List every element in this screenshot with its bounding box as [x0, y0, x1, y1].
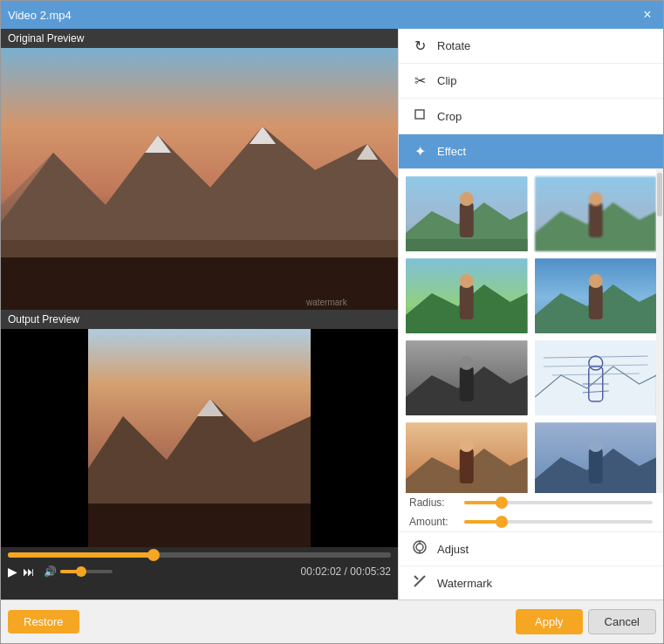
skip-button[interactable]: ⏭ — [23, 565, 35, 579]
svg-rect-48 — [588, 449, 602, 483]
effect-label: Effect — [437, 145, 466, 158]
watermark-item[interactable]: Watermark — [399, 565, 663, 599]
effect-thumb-saturated[interactable] — [533, 257, 659, 335]
original-preview-image: watermark — [1, 48, 398, 310]
restore-button[interactable]: Restore — [8, 610, 79, 634]
svg-rect-28 — [588, 284, 602, 319]
crop-icon — [411, 107, 428, 125]
svg-point-21 — [588, 192, 602, 206]
crop-label: Crop — [437, 110, 462, 123]
play-button[interactable]: ▶ — [8, 565, 17, 579]
svg-rect-44 — [460, 449, 474, 483]
adjust-item[interactable]: Adjust — [399, 531, 663, 565]
rotate-label: Rotate — [437, 39, 470, 52]
effect-thumb-blur[interactable] — [533, 175, 659, 253]
volume-thumb[interactable] — [76, 566, 86, 577]
progress-fill — [8, 552, 154, 558]
right-bottom: Radius: Amount: — [399, 493, 663, 599]
svg-rect-12 — [415, 110, 424, 119]
cancel-button[interactable]: Cancel — [588, 609, 656, 634]
volume-icon: 🔊 — [44, 565, 57, 578]
svg-rect-20 — [588, 202, 602, 237]
scrollbar[interactable] — [656, 169, 663, 493]
svg-rect-11 — [88, 504, 311, 547]
amount-label: Amount: — [409, 516, 457, 528]
effect-thumb-normal[interactable] — [404, 175, 530, 253]
svg-rect-16 — [460, 202, 474, 237]
amount-thumb[interactable] — [496, 516, 508, 528]
effect-icon: ✦ — [411, 143, 428, 160]
svg-point-29 — [588, 274, 602, 288]
effects-grid — [399, 169, 663, 493]
svg-point-33 — [460, 356, 474, 370]
menu-item-rotate[interactable]: ↻ Rotate — [399, 29, 663, 64]
main-window: Video 2.mp4 × Original Preview — [0, 0, 664, 644]
effect-thumb-grayscale[interactable] — [404, 339, 530, 417]
volume-slider[interactable] — [60, 570, 113, 573]
amount-slider-row: Amount: — [399, 512, 663, 531]
rotate-icon: ↻ — [411, 38, 428, 54]
playback-controls: ▶ ⏭ 🔊 00:02:02 / 00:05:32 — [8, 565, 391, 579]
svg-rect-32 — [460, 367, 474, 401]
radius-slider-row: Radius: — [399, 493, 663, 512]
radius-thumb[interactable] — [496, 497, 508, 509]
svg-rect-24 — [460, 284, 474, 319]
svg-point-51 — [416, 544, 423, 551]
effect-thumb-sketch[interactable] — [533, 339, 659, 417]
effects-section — [399, 169, 663, 493]
apply-button[interactable]: Apply — [516, 609, 583, 634]
amount-track[interactable] — [464, 520, 653, 524]
original-preview: watermark — [1, 48, 398, 310]
close-button[interactable]: × — [639, 6, 656, 24]
adjust-label: Adjust — [437, 543, 469, 556]
controls-area: ▶ ⏭ 🔊 00:02:02 / 00:05:32 — [1, 547, 398, 584]
effect-thumb-cool[interactable] — [533, 421, 659, 493]
progress-bar[interactable] — [8, 552, 391, 558]
current-time: 00:02:02 — [301, 565, 342, 578]
title-bar: Video 2.mp4 × — [1, 1, 663, 29]
svg-point-17 — [460, 192, 474, 206]
clip-label: Clip — [437, 74, 456, 87]
menu-item-effect[interactable]: ✦ Effect — [399, 134, 663, 169]
volume-area: 🔊 — [44, 565, 113, 578]
menu-item-clip[interactable]: ✂ Clip — [399, 64, 663, 99]
menu-item-crop[interactable]: Crop — [399, 99, 663, 134]
original-preview-label: Original Preview — [1, 29, 398, 48]
output-video-frame — [88, 329, 311, 547]
black-bar-left — [1, 329, 88, 547]
total-time: 00:05:32 — [350, 565, 391, 578]
output-preview-label: Output Preview — [1, 310, 398, 329]
clip-icon: ✂ — [411, 72, 428, 89]
right-panel: ↻ Rotate ✂ Clip Crop ✦ Effect — [398, 29, 663, 599]
output-preview — [1, 329, 398, 547]
svg-point-49 — [588, 438, 602, 452]
effect-thumb-green[interactable] — [404, 257, 530, 335]
svg-rect-34 — [535, 340, 657, 417]
radius-label: Radius: — [409, 497, 457, 509]
svg-point-25 — [460, 274, 474, 288]
scrollbar-thumb[interactable] — [657, 173, 662, 216]
black-bar-right — [311, 329, 398, 547]
watermark-icon — [411, 573, 428, 593]
svg-line-55 — [414, 576, 418, 579]
time-display: 00:02:02 / 00:05:32 — [301, 565, 391, 578]
action-buttons: Apply Cancel — [516, 609, 656, 634]
watermark-label: Watermark — [437, 577, 492, 590]
window-title: Video 2.mp4 — [8, 9, 72, 22]
svg-rect-15 — [406, 239, 528, 253]
bottom-buttons: Restore Apply Cancel — [1, 599, 663, 643]
progress-thumb[interactable] — [147, 549, 160, 561]
svg-text:watermark: watermark — [305, 298, 348, 307]
svg-point-45 — [460, 438, 474, 452]
radius-track[interactable] — [464, 501, 653, 504]
left-panel: Original Preview — [1, 29, 398, 599]
output-preview-image — [88, 329, 311, 547]
content-area: Original Preview — [1, 29, 663, 599]
adjust-icon — [411, 539, 428, 558]
effect-thumb-warm[interactable] — [404, 421, 530, 493]
